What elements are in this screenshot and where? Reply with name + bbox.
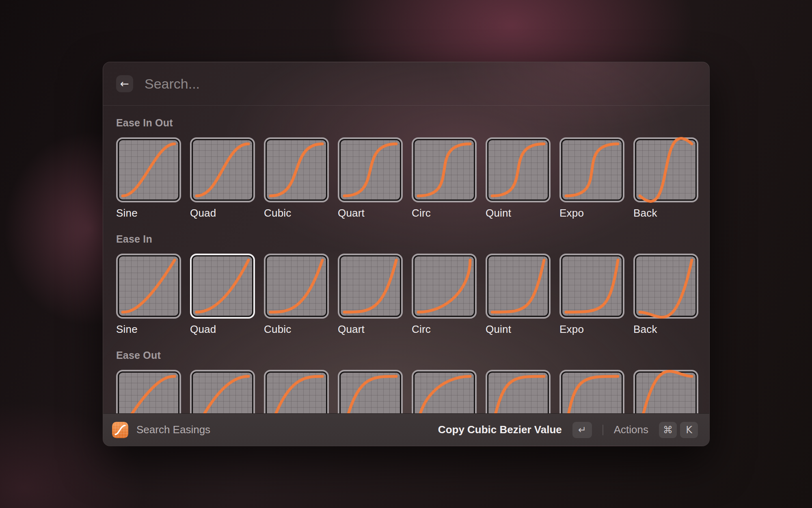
easing-card-frame <box>190 137 255 202</box>
easing-card[interactable]: Back <box>633 254 698 336</box>
easing-curve-icon <box>119 373 178 413</box>
easing-curve-path <box>197 260 248 312</box>
results-area: Ease In Out Sine Quad <box>103 106 709 413</box>
easing-curve-path <box>123 376 175 413</box>
easing-card-label: Quint <box>486 206 551 219</box>
easing-curve-path <box>640 260 692 317</box>
easing-card-grid <box>413 255 475 317</box>
easing-card-grid <box>561 139 623 201</box>
easing-curve-icon <box>341 140 400 200</box>
section-title: Ease Out <box>116 349 698 362</box>
easing-card[interactable]: Circ <box>412 370 477 413</box>
back-button[interactable]: ← <box>116 75 133 92</box>
easing-curve-icon <box>562 256 622 316</box>
easing-curve-path <box>418 376 470 413</box>
easing-card[interactable]: Quad <box>190 137 255 219</box>
easing-card-frame <box>633 254 698 319</box>
easing-card-grid <box>118 371 179 413</box>
easing-curve-icon <box>488 140 548 200</box>
easing-card[interactable]: Quint <box>486 137 551 219</box>
easing-card-grid <box>266 371 327 413</box>
search-bar: ← <box>103 62 709 106</box>
easing-card-frame <box>264 370 329 413</box>
easing-card-frame <box>190 370 255 413</box>
easing-curve-icon <box>119 256 178 316</box>
easing-curve-icon <box>193 140 252 200</box>
easing-card-grid <box>192 255 253 317</box>
easing-card[interactable]: Expo <box>559 254 624 336</box>
easing-card[interactable]: Quart <box>338 370 403 413</box>
easing-curve-path <box>344 144 396 196</box>
easing-curve-path <box>640 371 692 413</box>
footer-bar: Search Easings Copy Cubic Bezier Value ↵… <box>103 413 709 446</box>
easing-curve-icon <box>562 373 622 413</box>
easing-card-frame <box>264 137 329 202</box>
easing-curve-icon <box>267 140 326 200</box>
easing-card[interactable]: Cubic <box>264 254 329 336</box>
easing-curve-path <box>344 376 396 413</box>
easing-curve-path <box>197 376 248 413</box>
easing-curve-path <box>197 144 248 196</box>
easing-card[interactable]: Quart <box>338 137 403 219</box>
easing-curve-path <box>492 144 544 196</box>
easing-curve-icon <box>562 140 622 200</box>
easing-card[interactable]: Sine <box>116 370 181 413</box>
enter-key-icon[interactable]: ↵ <box>572 422 592 438</box>
easing-curve-icon <box>341 256 400 316</box>
easing-card[interactable]: Quint <box>486 254 551 336</box>
easing-card-grid <box>339 255 401 317</box>
easing-card[interactable]: Sine <box>116 254 181 336</box>
section-title: Ease In Out <box>116 116 698 129</box>
easing-curve-path <box>270 376 322 413</box>
easing-card-grid <box>487 255 549 317</box>
easing-row: Sine Quad Cubic <box>116 254 698 336</box>
search-input[interactable] <box>145 76 696 92</box>
easing-card[interactable]: Expo <box>559 137 624 219</box>
actions-shortcut: ⌘ K <box>659 422 698 438</box>
easing-card[interactable]: Back <box>633 370 698 413</box>
easing-curve-icon <box>415 373 474 413</box>
k-key-icon[interactable]: K <box>680 422 698 438</box>
easing-curve-path <box>492 260 544 312</box>
easing-curve-path <box>123 260 175 312</box>
easing-row: Sine Quad Cubic <box>116 370 698 413</box>
easing-curve-icon <box>341 373 400 413</box>
easing-curve-icon <box>636 373 695 413</box>
easing-curve-icon <box>193 373 252 413</box>
easing-card[interactable]: Circ <box>412 254 477 336</box>
easing-card[interactable]: Quad <box>190 254 255 336</box>
easing-curve-path <box>418 260 470 312</box>
easing-curve-path <box>418 144 470 196</box>
command-key-icon[interactable]: ⌘ <box>659 422 677 438</box>
easing-card[interactable]: Expo <box>559 370 624 413</box>
easing-card-frame <box>338 137 403 202</box>
easing-card[interactable]: Cubic <box>264 370 329 413</box>
easing-section: Ease Out Sine Quad <box>116 349 698 413</box>
easing-card-frame <box>116 254 181 319</box>
actions-button[interactable]: Actions <box>614 423 648 436</box>
easing-card[interactable]: Quad <box>190 370 255 413</box>
easing-card[interactable]: Quart <box>338 254 403 336</box>
easing-card[interactable]: Quint <box>486 370 551 413</box>
easing-card-frame <box>559 370 624 413</box>
easing-curve-icon <box>267 256 326 316</box>
easing-curve-icon <box>415 140 474 200</box>
easing-curve-path <box>566 260 618 312</box>
easing-card[interactable]: Sine <box>116 137 181 219</box>
easing-card-grid <box>192 139 253 201</box>
easing-row: Sine Quad Cubic <box>116 137 698 219</box>
easing-card[interactable]: Circ <box>412 137 477 219</box>
easing-curve-path <box>566 144 618 196</box>
easing-card-frame <box>486 137 551 202</box>
easing-card-frame <box>338 254 403 319</box>
easing-card[interactable]: Back <box>633 137 698 219</box>
easing-card-label: Expo <box>559 206 624 219</box>
primary-action-label[interactable]: Copy Cubic Bezier Value <box>438 423 562 436</box>
easing-card[interactable]: Cubic <box>264 137 329 219</box>
easing-curve-icon <box>488 256 548 316</box>
back-arrow-icon: ← <box>120 78 129 90</box>
section-title: Ease In <box>116 232 698 245</box>
easing-card-grid <box>413 139 475 201</box>
easing-card-frame <box>559 137 624 202</box>
easing-card-label: Quad <box>190 206 255 219</box>
